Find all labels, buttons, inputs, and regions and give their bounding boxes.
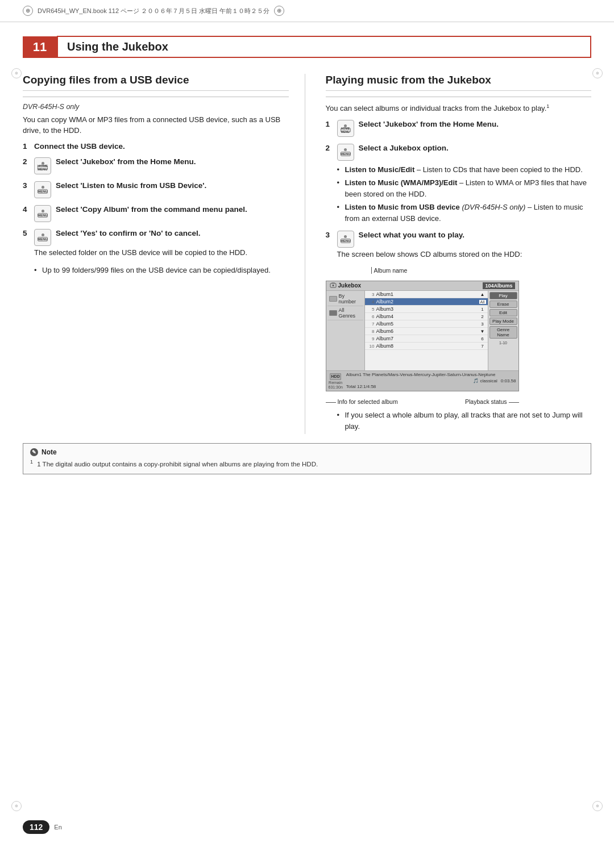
step-4-icon: MENU <box>34 205 51 222</box>
step-1-label: Connect the USB device. <box>34 142 289 151</box>
list-row-5: 5Album31 <box>365 306 488 313</box>
right-bullet-1: Listen to Music/Edit – Listen to CDs tha… <box>337 164 592 176</box>
reg-mark-bottomleft: ⊕ <box>11 801 22 811</box>
registration-mark-left: ⊕ <box>23 6 33 16</box>
step-5-label: Select 'Yes' to confirm or 'No' to cance… <box>56 229 289 237</box>
step-2-label: Select 'Jukebox' from the Home Menu. <box>56 157 289 166</box>
right-step-1-icon: HOMEMENU <box>337 120 354 137</box>
reg-mark-topleft: ⊕ <box>11 68 22 78</box>
left-section-title: Copying files from a USB device <box>23 74 289 91</box>
after-screen-list: If you select a whole album to play, all… <box>337 410 592 432</box>
album-name-label: Album name <box>371 267 592 274</box>
svg-point-1 <box>332 285 334 286</box>
info-label: Info for selected album <box>326 398 398 405</box>
hdd-icon: HDD Remain 631:30n <box>329 373 343 389</box>
subtitle: DVR-645H-S only <box>23 103 289 111</box>
step-2-num: 2 <box>23 157 30 166</box>
file-info: DVR645H_WY_EN.book 112 ページ ２００６年７月５日 水曜日… <box>38 7 269 15</box>
step-3: 3 MENU Select 'Listen to Music from USB … <box>23 181 289 198</box>
list-row-8: 8Album6▼ <box>365 328 488 335</box>
left-bullet-list: Up to 99 folders/999 files on the USB de… <box>34 265 289 276</box>
genre-name-button[interactable]: Genre Name <box>489 326 517 339</box>
left-column: Copying files from a USB device DVR-645H… <box>23 74 305 434</box>
note-section: ✎ Note 1 1 The digital audio output cont… <box>23 443 591 474</box>
right-step-1: 1 HOMEMENU Select 'Jukebox' from the Hom… <box>326 120 592 137</box>
sidebar-by-number: By number <box>327 292 363 306</box>
sidebar-all-genres: All Genres <box>327 306 363 320</box>
album-count: 104Albums <box>483 282 515 289</box>
after-screen-bullet: If you select a whole album to play, all… <box>337 410 592 432</box>
list-row-7: 7Album53 <box>365 320 488 328</box>
page-number: 112 <box>23 820 49 834</box>
reg-mark-topright: ⊕ <box>592 68 603 78</box>
jukebox-album-list: 3Album1▲ 4Album2All 5Album31 6Album42 7A… <box>365 291 488 370</box>
right-bullet-2: Listen to Music (WMA/MP3)/Edit – Listen … <box>337 177 592 199</box>
right-step-2-bullets: Listen to Music/Edit – Listen to CDs tha… <box>337 164 592 224</box>
chapter-bar: 11 Using the Jukebox <box>23 36 591 58</box>
right-bullet-3: Listen to Music from USB device (DVR-645… <box>337 202 592 224</box>
footer: 112 En <box>23 820 62 834</box>
right-step-3-num: 3 <box>326 231 333 239</box>
step-5-icon: MENU <box>34 229 51 246</box>
list-row-10: 10Album87 <box>365 343 488 350</box>
jukebox-title: Jukebox <box>330 282 362 290</box>
erase-button[interactable]: Erase <box>489 301 517 308</box>
right-intro: You can select albums or individual trac… <box>326 103 592 114</box>
reg-mark-bottomright: ⊕ <box>592 801 603 811</box>
list-row-3: 3Album1▲ <box>365 291 488 298</box>
chapter-title: Using the Jukebox <box>57 36 591 58</box>
screen-labels: Info for selected album Playback status <box>326 398 519 405</box>
registration-mark-right: ⊕ <box>274 6 284 16</box>
step-1: 1 Connect the USB device. <box>23 142 289 151</box>
left-intro: You can copy WMA or MP3 files from a con… <box>23 114 289 136</box>
step-4: 4 MENU Select 'Copy Album' from the comm… <box>23 205 289 222</box>
right-step-2-label: Select a Jukebox option. <box>359 144 592 152</box>
main-content: Copying files from a USB device DVR-645H… <box>23 74 591 434</box>
header-bar: ⊕ DVR645H_WY_EN.book 112 ページ ２００６年７月５日 水… <box>0 0 614 22</box>
svg-rect-2 <box>331 282 335 284</box>
album-range: 1-10 <box>489 341 517 345</box>
play-button[interactable]: Play <box>489 292 517 299</box>
list-row-6: 6Album42 <box>365 313 488 320</box>
step-2-icon: HOMEMENU <box>34 157 51 174</box>
bottom-track-info: Album1 The Planets/Mars-Venus-Mercury-Ju… <box>346 372 497 390</box>
note-icon: ✎ <box>30 448 38 456</box>
note-title: Note <box>42 448 57 456</box>
jukebox-top-bar: Jukebox 104Albums <box>326 281 518 291</box>
left-bullet-1: Up to 99 folders/999 files on the USB de… <box>34 265 289 276</box>
jukebox-right-panel: Play Erase Edit Play Mode Genre Name 1-1… <box>488 291 518 370</box>
playback-time: 0:03.58 <box>501 378 516 383</box>
jukebox-content: By number All Genres 3Album1▲ 4Album2All <box>326 291 518 370</box>
chapter-number: 11 <box>23 36 57 58</box>
step-4-num: 4 <box>23 205 30 214</box>
right-step-2-num: 2 <box>326 144 333 152</box>
jukebox-bottom-bar: HDD Remain 631:30n Album1 The Planets/Ma… <box>326 370 518 391</box>
list-row-4: 4Album2All <box>365 298 488 306</box>
jukebox-sidebar: By number All Genres <box>326 291 365 370</box>
right-step-3-label: Select what you want to play. <box>359 231 592 239</box>
right-column: Playing music from the Jukebox You can s… <box>323 74 592 434</box>
right-section-title: Playing music from the Jukebox <box>326 74 592 91</box>
step-5-num: 5 <box>23 229 30 237</box>
playback-label: Playback status <box>465 398 518 405</box>
play-mode-button[interactable]: Play Mode <box>489 318 517 325</box>
right-step-2: 2 MENU Select a Jukebox option. Listen t… <box>326 144 592 224</box>
right-step-1-num: 1 <box>326 120 333 128</box>
step-2: 2 HOMEMENU Select 'Jukebox' from the Hom… <box>23 157 289 174</box>
right-intro-footnote: 1 <box>546 103 549 109</box>
step-5: 5 MENU Select 'Yes' to confirm or 'No' t… <box>23 229 289 258</box>
right-step-2-icon: MENU <box>337 144 354 161</box>
step-3-label: Select 'Listen to Music from USB Device'… <box>56 181 289 190</box>
jukebox-screen: Jukebox 104Albums By number All Genres <box>326 281 519 392</box>
footer-lang: En <box>54 824 61 831</box>
step-4-label: Select 'Copy Album' from the command men… <box>56 205 289 214</box>
step-3-num: 3 <box>23 181 30 190</box>
step-5-body: The selected folder on the USB device wi… <box>34 247 289 258</box>
step-1-num: 1 <box>23 142 30 151</box>
edit-button[interactable]: Edit <box>489 309 517 316</box>
right-step-3-icon: MENU <box>337 231 354 248</box>
step-3-icon: MENU <box>34 181 51 198</box>
list-row-9: 9Album76 <box>365 335 488 343</box>
right-step-1-label: Select 'Jukebox' from the Home Menu. <box>359 120 592 128</box>
note-text: 1 1 The digital audio output contains a … <box>30 458 584 469</box>
